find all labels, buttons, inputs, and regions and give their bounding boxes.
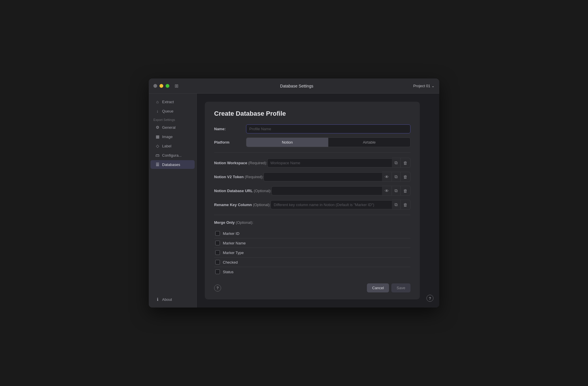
checked-label: Checked bbox=[223, 260, 238, 265]
content-area: Create Database Profile Name: Platform N… bbox=[197, 94, 439, 308]
checkbox-row-status[interactable]: Status bbox=[214, 267, 410, 276]
home-icon: ⌂ bbox=[155, 99, 160, 104]
marker-type-checkbox[interactable] bbox=[215, 250, 220, 255]
marker-type-label: Marker Type bbox=[223, 251, 244, 255]
app-window: ⊞ Database Settings Project 01 ⌄ ⌂ Extra… bbox=[149, 78, 439, 308]
sidebar-item-databases[interactable]: ☰ Databases bbox=[150, 160, 195, 169]
sidebar-item-label: Label bbox=[162, 144, 171, 148]
sidebar-item-general[interactable]: ⚙ General bbox=[150, 123, 195, 132]
save-button[interactable]: Save bbox=[391, 283, 410, 292]
sidebar: ⌂ Extract ↓ Queue Export Settings ⚙ Gene… bbox=[149, 94, 197, 308]
copy-rename-key-button[interactable]: ⧉ bbox=[392, 200, 401, 210]
notion-workspace-label: Notion Workspace (Required): bbox=[214, 161, 267, 165]
maximize-button[interactable] bbox=[166, 84, 169, 88]
notion-db-url-input[interactable] bbox=[271, 186, 382, 195]
project-label: Project 01 bbox=[413, 84, 430, 88]
databases-icon: ☰ bbox=[155, 162, 160, 167]
delete-workspace-button[interactable]: 🗑 bbox=[401, 158, 410, 168]
notion-db-url-label: Notion Database URL (Optional): bbox=[214, 189, 271, 193]
platform-airtable-button[interactable]: Airtable bbox=[328, 138, 410, 147]
rename-key-label: Rename Key Column (Optional): bbox=[214, 203, 270, 207]
platform-row: Platform Notion Airtable bbox=[214, 137, 410, 147]
sidebar-item-label: General bbox=[162, 125, 175, 130]
rename-key-row: Rename Key Column (Optional): ⧉ 🗑 bbox=[214, 200, 410, 210]
title-bar: ⊞ Database Settings Project 01 ⌄ bbox=[149, 78, 439, 94]
corner-help-button[interactable]: ? bbox=[426, 295, 433, 302]
project-selector[interactable]: Project 01 ⌄ bbox=[413, 84, 435, 88]
copy-workspace-button[interactable]: ⧉ bbox=[392, 158, 401, 168]
platform-notion-button[interactable]: Notion bbox=[246, 138, 328, 147]
toggle-db-url-visibility-button[interactable]: 👁 bbox=[382, 186, 392, 196]
delete-token-button[interactable]: 🗑 bbox=[401, 172, 410, 182]
marker-id-label: Marker ID bbox=[223, 231, 239, 236]
sidebar-item-extract[interactable]: ⌂ Extract bbox=[150, 97, 195, 106]
dialog-panel: Create Database Profile Name: Platform N… bbox=[205, 102, 420, 299]
dialog-title: Create Database Profile bbox=[214, 110, 410, 117]
export-settings-label: Export Settings bbox=[149, 116, 196, 123]
sidebar-item-label: Databases bbox=[162, 162, 180, 167]
sidebar-item-label: Extract bbox=[162, 100, 174, 104]
dialog-footer: ? Cancel Save bbox=[214, 283, 410, 292]
window-controls bbox=[153, 84, 169, 88]
copy-db-url-button[interactable]: ⧉ bbox=[392, 186, 401, 196]
status-checkbox[interactable] bbox=[215, 269, 220, 274]
delete-rename-key-button[interactable]: 🗑 bbox=[401, 200, 410, 210]
rename-key-input[interactable] bbox=[270, 200, 392, 209]
platform-toggle: Notion Airtable bbox=[246, 137, 410, 147]
notion-db-url-input-group: 👁 ⧉ 🗑 bbox=[271, 186, 410, 196]
info-icon: ℹ bbox=[155, 297, 160, 302]
sidebar-item-image[interactable]: ▦ Image bbox=[150, 132, 195, 141]
sidebar-item-label: Queue bbox=[162, 109, 173, 113]
main-layout: ⌂ Extract ↓ Queue Export Settings ⚙ Gene… bbox=[149, 94, 439, 308]
notion-token-input-group: 👁 ⧉ 🗑 bbox=[263, 172, 410, 182]
help-button[interactable]: ? bbox=[214, 285, 221, 292]
notion-workspace-row: Notion Workspace (Required): ⧉ 🗑 bbox=[214, 158, 410, 168]
checkbox-row-marker-name[interactable]: Marker Name bbox=[214, 238, 410, 248]
checkbox-row-marker-id[interactable]: Marker ID bbox=[214, 229, 410, 238]
gear-icon: ⚙ bbox=[155, 125, 160, 130]
image-icon: ▦ bbox=[155, 134, 160, 139]
delete-db-url-button[interactable]: 🗑 bbox=[401, 186, 410, 196]
checkbox-row-checked[interactable]: Checked bbox=[214, 258, 410, 267]
notion-token-row: Notion V2 Token (Required): 👁 ⧉ 🗑 bbox=[214, 172, 410, 182]
queue-icon: ↓ bbox=[155, 109, 160, 113]
sidebar-item-configure[interactable]: 🗃 Configura... bbox=[150, 151, 195, 160]
cancel-button[interactable]: Cancel bbox=[367, 283, 389, 292]
notion-token-label: Notion V2 Token (Required): bbox=[214, 175, 263, 179]
sidebar-item-queue[interactable]: ↓ Queue bbox=[150, 107, 195, 115]
chevron-down-icon: ⌄ bbox=[431, 84, 435, 88]
rename-key-input-group: ⧉ 🗑 bbox=[270, 200, 410, 210]
configure-icon: 🗃 bbox=[155, 153, 160, 158]
platform-label: Platform bbox=[214, 140, 246, 144]
name-label: Name: bbox=[214, 127, 246, 131]
minimize-button[interactable] bbox=[159, 84, 163, 88]
footer-buttons: Cancel Save bbox=[367, 283, 410, 292]
close-button[interactable] bbox=[153, 84, 157, 88]
section-divider-1 bbox=[214, 152, 410, 153]
status-label: Status bbox=[223, 270, 234, 274]
copy-token-button[interactable]: ⧉ bbox=[392, 172, 401, 182]
marker-id-checkbox[interactable] bbox=[215, 231, 220, 236]
name-row: Name: bbox=[214, 124, 410, 133]
notion-token-input[interactable] bbox=[263, 172, 382, 181]
sidebar-item-label: Image bbox=[162, 135, 173, 139]
sidebar-item-label: About bbox=[162, 297, 172, 302]
sidebar-item-label[interactable]: ◇ Label bbox=[150, 142, 195, 150]
merge-only-label: Merge Only (Optional): bbox=[214, 220, 410, 225]
notion-workspace-input-group: ⧉ 🗑 bbox=[267, 158, 410, 168]
marker-name-checkbox[interactable] bbox=[215, 241, 220, 245]
sidebar-toggle[interactable]: ⊞ bbox=[173, 82, 180, 90]
merge-checkbox-list: Marker ID Marker Name Marker Type Checke… bbox=[214, 229, 410, 276]
notion-workspace-input[interactable] bbox=[267, 158, 392, 167]
window-title: Database Settings bbox=[180, 84, 413, 88]
label-icon: ◇ bbox=[155, 144, 160, 148]
toggle-token-visibility-button[interactable]: 👁 bbox=[382, 172, 392, 182]
sidebar-item-label: Configura... bbox=[162, 153, 182, 158]
checkbox-row-marker-type[interactable]: Marker Type bbox=[214, 248, 410, 258]
checked-checkbox[interactable] bbox=[215, 260, 220, 265]
section-divider-2 bbox=[214, 215, 410, 215]
name-input[interactable] bbox=[246, 124, 410, 133]
marker-name-label: Marker Name bbox=[223, 241, 246, 245]
sidebar-item-about[interactable]: ℹ About bbox=[150, 295, 195, 304]
notion-db-url-row: Notion Database URL (Optional): 👁 ⧉ 🗑 bbox=[214, 186, 410, 196]
